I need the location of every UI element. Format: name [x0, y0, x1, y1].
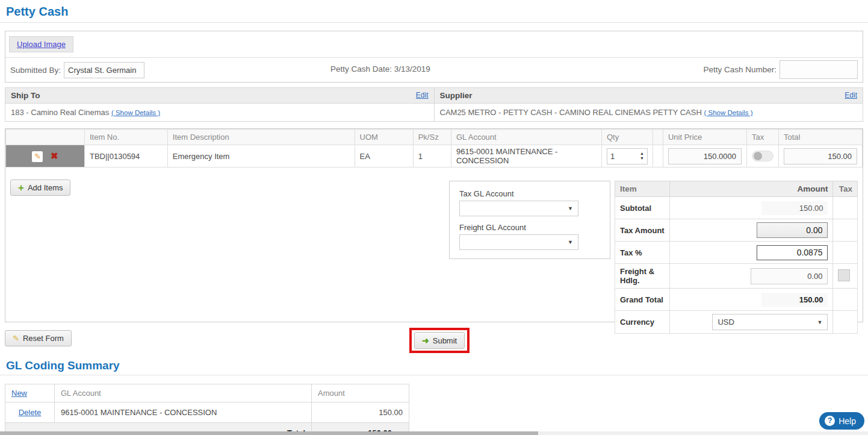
grand-total-row: Grand Total 150.00 — [615, 289, 858, 311]
freight-gl-account-select[interactable]: ▼ — [459, 234, 578, 250]
petty-cash-page: Petty Cash Upload Image Submitted By: Pe… — [0, 0, 868, 435]
reset-form-label: Reset Form — [23, 334, 64, 343]
summary-header-row: Item Amount Tax — [615, 181, 858, 197]
upload-image-button[interactable]: Upload Image — [9, 36, 73, 52]
submit-highlight-annotation: ➜ Submit — [409, 328, 470, 353]
delete-gl-link[interactable]: Delete — [19, 408, 42, 417]
freight-label: Freight & Hdlg. — [615, 264, 670, 289]
gl-account-col-header: GL Account — [55, 384, 312, 402]
ship-to-title: Ship To — [11, 91, 40, 100]
submitted-by-input[interactable] — [64, 62, 144, 78]
subtotal-value: 150.00 — [761, 201, 828, 215]
subtotal-tax-cell — [833, 197, 858, 219]
unit-price-cell — [663, 145, 746, 167]
tax-amount-tax-cell — [833, 219, 858, 242]
item-description-cell: Emergency Item — [167, 145, 355, 167]
page-title: Petty Cash — [5, 4, 863, 22]
ship-to-show-details-link[interactable]: ( Show Details ) — [111, 109, 160, 116]
tax-toggle[interactable] — [752, 151, 773, 161]
unit-price-header: Unit Price — [663, 130, 746, 145]
items-header-row: Item No. Item Description UOM Pk/Sz GL A… — [6, 130, 863, 145]
tax-amount-row: Tax Amount — [615, 219, 858, 242]
ship-to-header: Ship To Edit — [5, 88, 435, 104]
subtotal-label: Subtotal — [615, 197, 670, 219]
gl-header-row: New GL Account Amount — [5, 384, 409, 402]
gl-new-header-cell: New — [5, 384, 55, 402]
gl-section-divider — [0, 375, 868, 375]
delete-item-icon[interactable]: ✖ — [51, 151, 58, 161]
gl-delete-cell: Delete — [5, 402, 55, 423]
quantity-stepper[interactable]: ▲ ▼ — [607, 148, 648, 164]
pksz-cell: 1 — [413, 145, 451, 167]
tax-pct-row: Tax % — [615, 242, 858, 264]
spacer-header — [653, 130, 663, 145]
new-gl-link[interactable]: New — [11, 389, 27, 398]
freight-tax-checkbox[interactable] — [838, 269, 850, 281]
supplier-show-details-link[interactable]: ( Show Details ) — [704, 109, 752, 116]
item-row-actions: ✎ ✖ — [6, 145, 85, 167]
tax-pct-tax-cell — [833, 242, 858, 264]
ship-to-value: 183 - Camino Real Cinemas — [11, 108, 109, 117]
total-cell — [779, 145, 863, 167]
freight-gl-account-label: Freight GL Account — [459, 223, 600, 232]
qty-down-icon[interactable]: ▼ — [640, 156, 644, 161]
items-action-header — [6, 130, 85, 145]
submitted-by-label: Submitted By: — [10, 66, 61, 75]
tax-header: Tax — [746, 130, 778, 145]
submit-label: Submit — [433, 336, 457, 345]
tax-amount-input[interactable] — [757, 222, 828, 238]
tax-cell — [746, 145, 778, 167]
unit-price-input[interactable] — [668, 148, 742, 164]
items-footer-area: + Add Items Tax GL Account ▼ Freight GL … — [5, 167, 863, 321]
add-items-button[interactable]: + Add Items — [10, 180, 70, 196]
supplier-cell: CAM25 METRO - PETTY CASH - CAMINO REAL C… — [434, 104, 863, 122]
supplier-value: CAM25 METRO - PETTY CASH - CAMINO REAL C… — [440, 108, 702, 117]
freight-input[interactable] — [751, 268, 828, 284]
qty-header: Qty — [601, 130, 653, 145]
upload-image-link[interactable]: Upload Image — [17, 40, 66, 49]
petty-cash-number-label: Petty Cash Number: — [703, 65, 777, 74]
horizontal-scrollbar[interactable] — [0, 431, 868, 435]
gl-account-cell: 9615-0001 MAINTENANCE - CONCESSION — [55, 402, 312, 423]
actions-row: ✎ Reset Form ➜ Submit — [5, 328, 863, 355]
submit-button[interactable]: ➜ Submit — [414, 332, 465, 349]
gl-account-cell: 9615-0001 MAINTENANCE - CONCESSION — [451, 145, 601, 167]
spacer-cell — [653, 145, 663, 167]
petty-cash-date-text: Petty Cash Date: 3/13/2019 — [330, 64, 430, 74]
uom-header: UOM — [355, 130, 413, 145]
gl-data-row: Delete 9615-0001 MAINTENANCE - CONCESSIO… — [5, 402, 409, 423]
item-no-cell: TBD||0130594 — [84, 145, 167, 167]
help-button[interactable]: ? Help — [819, 412, 864, 430]
petty-cash-number-input[interactable] — [780, 60, 858, 79]
arrow-right-icon: ➜ — [422, 336, 429, 345]
tax-amount-label: Tax Amount — [615, 219, 670, 242]
supplier-edit-link[interactable]: Edit — [845, 91, 857, 99]
chevron-down-icon: ▼ — [568, 205, 573, 211]
summary-amount-header: Amount — [670, 181, 833, 197]
tax-pct-input[interactable] — [757, 245, 828, 260]
edit-item-icon[interactable]: ✎ — [32, 151, 43, 162]
add-items-label: Add Items — [28, 183, 63, 192]
gl-coding-summary-table: New GL Account Amount Delete 9615-0001 M… — [5, 384, 409, 435]
reset-form-button[interactable]: ✎ Reset Form — [5, 330, 72, 346]
supplier-title: Supplier — [440, 91, 473, 100]
gl-amount-col-header: Amount — [312, 384, 409, 402]
plus-icon: + — [18, 184, 24, 192]
quantity-input[interactable] — [610, 152, 628, 161]
items-panel: Item No. Item Description UOM Pk/Sz GL A… — [5, 128, 863, 322]
summary-item-header: Item — [615, 181, 670, 197]
item-no-header: Item No. — [84, 130, 167, 145]
ship-to-edit-link[interactable]: Edit — [416, 91, 429, 99]
pksz-header: Pk/Sz — [413, 130, 451, 145]
order-summary-table: Item Amount Tax Subtotal 150.00 Tax Amou… — [615, 181, 858, 334]
tax-gl-account-select[interactable]: ▼ — [459, 201, 578, 216]
line-total-input[interactable] — [784, 148, 857, 164]
grand-total-tax-cell — [833, 289, 858, 311]
item-description-header: Item Description — [167, 130, 355, 145]
qty-up-icon[interactable]: ▲ — [640, 151, 644, 156]
scrollbar-thumb[interactable] — [0, 431, 538, 435]
upload-row: Upload Image — [5, 31, 863, 58]
chevron-down-icon: ▼ — [568, 239, 573, 245]
submitted-row: Submitted By: Petty Cash Date: 3/13/2019… — [5, 58, 863, 82]
qty-cell: ▲ ▼ — [601, 145, 653, 167]
